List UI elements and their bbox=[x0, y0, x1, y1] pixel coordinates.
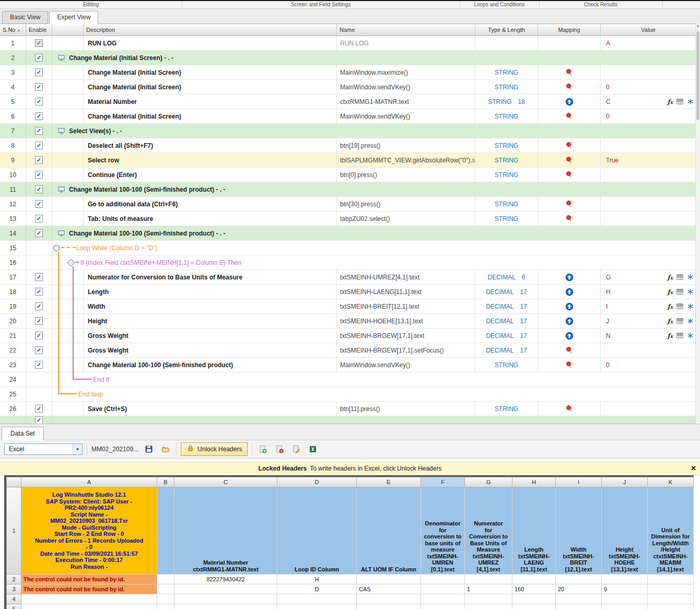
cell-K2[interactable] bbox=[648, 575, 694, 584]
edit-cell-button[interactable] bbox=[290, 443, 302, 455]
enable-checkbox[interactable] bbox=[35, 405, 43, 413]
cell-A4[interactable] bbox=[21, 594, 157, 604]
formula-icon[interactable]: ƒx bbox=[667, 303, 673, 310]
header-sno[interactable]: S.No▲ bbox=[0, 24, 26, 36]
mapped-arrow-icon[interactable] bbox=[565, 98, 574, 106]
unmapped-pin-icon[interactable] bbox=[565, 68, 573, 76]
script-row[interactable] bbox=[0, 416, 696, 424]
cell-C2[interactable]: 822279430422 bbox=[174, 575, 277, 584]
mapping-grid-icon[interactable] bbox=[676, 273, 684, 281]
cell-H5[interactable] bbox=[512, 604, 556, 609]
cell-G5[interactable] bbox=[465, 604, 512, 609]
enable-checkbox[interactable] bbox=[35, 142, 43, 149]
chevron-down-icon[interactable]: ▼ bbox=[73, 444, 82, 454]
cell-A2[interactable]: The control could not be found by id. bbox=[21, 575, 157, 584]
formula-icon[interactable]: ƒx bbox=[667, 318, 673, 325]
properties-icon[interactable] bbox=[687, 288, 694, 295]
data-source-select[interactable]: Excel ▼ bbox=[4, 443, 83, 455]
cell-G1[interactable]: Numerator for Conversion to Base Units o… bbox=[465, 487, 512, 575]
script-row[interactable]: 19WidthtxtSMEINH-BREIT[12,1].textDECIMAL… bbox=[0, 299, 696, 314]
script-row[interactable]: 7Select View(s) - . - bbox=[0, 124, 696, 138]
script-row[interactable]: 24End If bbox=[0, 372, 696, 387]
scroll-up-icon[interactable]: ▲ bbox=[696, 24, 700, 27]
script-row[interactable]: 11Change Material 100-100 (Semi-finished… bbox=[0, 182, 696, 197]
properties-icon[interactable] bbox=[687, 274, 694, 280]
script-row[interactable]: 4Change Material (Initial Screen)MainWin… bbox=[0, 80, 696, 95]
properties-icon[interactable] bbox=[687, 303, 694, 310]
tab-basic-view[interactable]: Basic View bbox=[2, 11, 48, 24]
properties-icon[interactable] bbox=[687, 318, 694, 324]
unmapped-pin-icon[interactable] bbox=[565, 361, 573, 369]
formula-icon[interactable]: ƒx bbox=[667, 288, 673, 296]
column-header-G[interactable]: G bbox=[465, 477, 512, 487]
enable-checkbox[interactable] bbox=[35, 156, 43, 164]
cell-H3[interactable]: 160 bbox=[512, 584, 556, 594]
cell-C3[interactable] bbox=[174, 584, 277, 594]
cell-C5[interactable] bbox=[174, 604, 277, 609]
enable-checkbox[interactable] bbox=[35, 200, 43, 208]
enable-checkbox[interactable] bbox=[35, 98, 43, 106]
cell-B4[interactable] bbox=[157, 594, 174, 604]
unmapped-pin-icon[interactable] bbox=[565, 171, 573, 179]
cell-J3[interactable]: 9 bbox=[602, 584, 648, 594]
row-header-5[interactable]: 5 bbox=[7, 604, 21, 609]
script-row[interactable]: 15Loop While (Column D = "D") bbox=[0, 241, 696, 255]
formula-icon[interactable]: ƒx bbox=[667, 332, 673, 339]
cell-E4[interactable] bbox=[357, 594, 421, 604]
cell-K5[interactable] bbox=[648, 604, 694, 609]
script-row[interactable]: 17Numerator for Conversion to Base Units… bbox=[0, 270, 696, 285]
cell-F4[interactable] bbox=[421, 594, 465, 604]
cell-A3[interactable]: The control could not be found by id. bbox=[21, 584, 157, 594]
enable-checkbox[interactable] bbox=[35, 83, 43, 91]
unmapped-pin-icon[interactable] bbox=[565, 83, 573, 91]
column-header-E[interactable]: E bbox=[357, 477, 421, 487]
cell-G2[interactable] bbox=[465, 575, 512, 584]
script-row[interactable]: 25End loop bbox=[0, 387, 696, 402]
enable-checkbox[interactable] bbox=[35, 273, 43, 281]
mapped-arrow-icon[interactable] bbox=[565, 288, 574, 296]
mapping-grid-icon[interactable] bbox=[676, 332, 684, 339]
script-row[interactable]: 6Change Material (Initial Screen)MainWin… bbox=[0, 109, 696, 124]
cell-E5[interactable] bbox=[357, 604, 421, 609]
header-name[interactable]: Name bbox=[337, 24, 475, 36]
cell-E2[interactable] bbox=[357, 575, 421, 584]
cell-B1[interactable] bbox=[157, 487, 174, 575]
cell-F2[interactable] bbox=[421, 575, 465, 584]
mapping-grid-icon[interactable] bbox=[676, 288, 684, 296]
script-row[interactable]: 14Change Material 100-100 (Semi-finished… bbox=[0, 226, 696, 241]
cell-C1[interactable]: Material Number ctxtRMMG1-MATNR.text bbox=[174, 487, 277, 575]
script-row[interactable]: 3Change Material (Initial Screen)MainWin… bbox=[0, 65, 696, 80]
script-row[interactable]: 18LengthtxtSMEINH-LAENG[11,1].textDECIMA… bbox=[0, 285, 696, 299]
enable-checkbox[interactable] bbox=[35, 215, 43, 222]
header-type-length[interactable]: Type & Length bbox=[475, 24, 538, 36]
row-header-4[interactable]: 4 bbox=[7, 594, 21, 604]
formula-icon[interactable]: ƒx bbox=[667, 98, 673, 106]
cell-D1[interactable]: Loop ID Column bbox=[277, 487, 357, 575]
script-row[interactable]: 13Tab: Units of measuretabpZU02.select()… bbox=[0, 212, 696, 226]
cell-B2[interactable] bbox=[157, 575, 174, 584]
open-button[interactable] bbox=[159, 443, 172, 455]
unmapped-pin-icon[interactable] bbox=[565, 215, 573, 222]
script-row[interactable]: 26Save (Ctrl+S)btn[11].press()STRING bbox=[0, 402, 696, 416]
script-row[interactable]: 21Gross WeighttxtSMEINH-BRGEW[17,1].text… bbox=[0, 329, 696, 343]
enable-checkbox[interactable] bbox=[35, 229, 43, 237]
script-row[interactable]: 10Continue (Enter)btn[0].press()STRING bbox=[0, 168, 696, 182]
if-icon[interactable] bbox=[67, 259, 75, 267]
header-description[interactable]: Description bbox=[84, 24, 337, 36]
cell-E1[interactable]: ALT UOM IF Column bbox=[357, 487, 421, 575]
header-enable[interactable]: Enable bbox=[26, 24, 52, 36]
script-row[interactable]: 12Go to additional data (Ctrl+F6)btn[30]… bbox=[0, 197, 696, 212]
cell-I2[interactable] bbox=[556, 575, 602, 584]
loop-icon[interactable] bbox=[52, 244, 61, 252]
enable-checkbox[interactable] bbox=[35, 346, 43, 354]
script-row[interactable]: 23Change Material 100-100 (Semi-finished… bbox=[0, 358, 696, 372]
properties-icon[interactable] bbox=[687, 332, 694, 339]
unlock-headers-button[interactable]: Unlock Headers bbox=[181, 442, 248, 456]
cell-G4[interactable] bbox=[465, 594, 512, 604]
enable-checkbox[interactable] bbox=[35, 68, 43, 76]
cell-A1[interactable]: Log Winshuttle Studio 12.1 SAP System: C… bbox=[21, 487, 157, 575]
banner-close-button[interactable]: × bbox=[691, 464, 696, 473]
cell-G3[interactable]: 1 bbox=[465, 584, 512, 594]
cell-J1[interactable]: Height txtSMEINH- HOEHE [13,1].text bbox=[602, 487, 648, 575]
header-value[interactable]: Value bbox=[601, 24, 696, 36]
